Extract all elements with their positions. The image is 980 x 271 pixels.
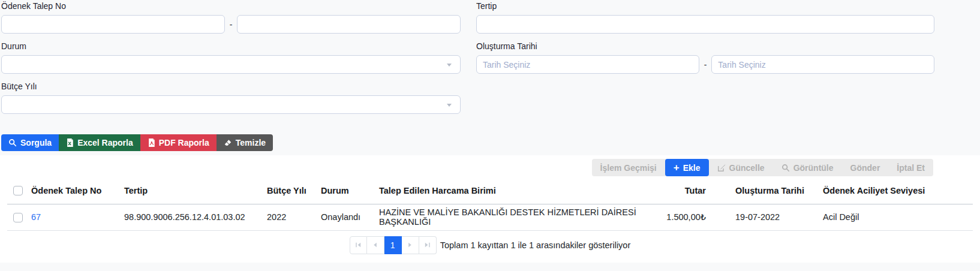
select-all-header [7, 181, 31, 204]
sorgula-button-label: Sorgula [20, 138, 52, 147]
butce-yili-label: Bütçe Yılı [1, 82, 461, 92]
page-last-button[interactable] [419, 236, 437, 254]
pagination: 1 Toplam 1 kayıttan 1 ile 1 arasındakile… [7, 236, 973, 254]
header-tertip: Tertip [124, 181, 267, 204]
pdf-raporla-button-label: PDF Raporla [159, 138, 209, 147]
edit-icon [717, 164, 726, 172]
field-tertip: Tertip [476, 1, 934, 34]
pagination-summary: Toplam 1 kayıttan 1 ile 1 arasındakiler … [440, 240, 631, 250]
odenek-talep-no-from-input[interactable] [1, 15, 225, 34]
row-checkbox[interactable] [13, 213, 23, 222]
temizle-button[interactable]: Temizle [217, 134, 273, 151]
field-olusturma-tarihi: Oluşturma Tarihi - [476, 41, 934, 74]
filter-button-group: Sorgula Excel Raporla PDF Raporla Temizl… [1, 134, 273, 151]
chevron-down-icon [447, 64, 452, 67]
page-prev-button[interactable] [367, 236, 384, 254]
page-last-icon [424, 242, 431, 248]
olusturma-tarihi-from-input[interactable] [476, 55, 699, 74]
cell-durum: Onaylandı [321, 204, 379, 230]
filter-column-left: Ödenek Talep No - Durum Bütçe Yılı [1, 1, 461, 122]
plus-icon: + [674, 162, 680, 173]
cell-olusturma-tarihi: 19-07-2022 [706, 204, 823, 230]
view-search-icon [781, 164, 790, 172]
pager-buttons: 1 [350, 236, 437, 254]
results-table: Ödenek Talep No Tertip Bütçe Yılı Durum … [7, 181, 973, 231]
page-prev-icon [372, 242, 378, 248]
odenek-talep-no-link[interactable]: 67 [31, 212, 41, 222]
search-icon [8, 138, 17, 147]
pdf-raporla-button[interactable]: PDF Raporla [140, 134, 217, 151]
islem-gecmisi-button-label: İşlem Geçmişi [600, 163, 657, 173]
field-butce-yili: Bütçe Yılı [1, 82, 461, 114]
page-first-icon [355, 242, 362, 248]
action-button-row: İşlem Geçmişi + Ekle Güncelle Görüntüle … [7, 159, 933, 176]
odenek-talep-no-to-input[interactable] [237, 15, 461, 34]
temizle-button-label: Temizle [236, 138, 266, 147]
field-durum: Durum [1, 41, 461, 74]
guncelle-button[interactable]: Güncelle [709, 159, 773, 176]
islem-gecmisi-button[interactable]: İşlem Geçmişi [592, 159, 665, 176]
goruntule-button-label: Görüntüle [793, 163, 834, 173]
range-separator: - [230, 20, 233, 29]
action-button-group: İşlem Geçmişi + Ekle Güncelle Görüntüle … [592, 159, 933, 176]
cell-butce-yili: 2022 [267, 204, 321, 230]
page-first-button[interactable] [350, 236, 367, 254]
page-next-icon [407, 242, 413, 248]
iptal-et-button[interactable]: İptal Et [888, 159, 933, 176]
gonder-button[interactable]: Gönder [842, 159, 889, 176]
sorgula-button[interactable]: Sorgula [1, 134, 59, 151]
header-aciliyet: Ödenek Aciliyet Seviyesi [823, 181, 973, 204]
butce-yili-select[interactable] [1, 95, 461, 114]
field-odenek-talep-no: Ödenek Talep No - [1, 1, 461, 34]
excel-file-icon [66, 138, 74, 147]
chevron-down-icon [447, 104, 452, 107]
ekle-button-label: Ekle [683, 163, 701, 173]
gonder-button-label: Gönder [850, 163, 880, 173]
tertip-label: Tertip [476, 1, 934, 11]
goruntule-button[interactable]: Görüntüle [773, 159, 842, 176]
table-header-row: Ödenek Talep No Tertip Bütçe Yılı Durum … [7, 181, 973, 204]
page-next-button[interactable] [402, 236, 419, 254]
iptal-et-button-label: İptal Et [897, 163, 925, 173]
excel-raporla-button-label: Excel Raporla [77, 138, 133, 147]
durum-select[interactable] [1, 55, 461, 74]
excel-raporla-button[interactable]: Excel Raporla [59, 134, 140, 151]
olusturma-tarihi-to-input[interactable] [711, 55, 934, 74]
select-all-checkbox[interactable] [13, 186, 23, 195]
guncelle-button-label: Güncelle [729, 163, 765, 173]
tertip-input[interactable] [476, 15, 934, 34]
page-number-button[interactable]: 1 [384, 236, 402, 254]
header-harcama-birimi: Talep Edilen Harcama Birimi [379, 181, 655, 204]
cell-aciliyet: Acil Değil [823, 204, 973, 230]
table-row[interactable]: 67 98.900.9006.256.12.4.01.03.02 2022 On… [7, 204, 973, 230]
olusturma-tarihi-label: Oluşturma Tarihi [476, 41, 934, 52]
header-olusturma-tarihi: Oluşturma Tarihi [706, 181, 823, 204]
pdf-file-icon [148, 138, 155, 147]
cell-tertip: 98.900.9006.256.12.4.01.03.02 [124, 204, 267, 230]
durum-label: Durum [1, 41, 461, 52]
odenek-talep-no-label: Ödenek Talep No [1, 1, 461, 11]
range-separator: - [704, 60, 707, 70]
filter-form: Ödenek Talep No - Durum Bütçe Yılı Tert [0, 0, 980, 122]
eraser-icon [224, 138, 232, 147]
header-durum: Durum [321, 181, 379, 204]
header-tutar: Tutar [655, 181, 706, 204]
filter-column-right: Tertip Oluşturma Tarihi - [476, 1, 934, 122]
cell-harcama-birimi: HAZİNE VE MALİYE BAKANLIĞI DESTEK HİZMET… [379, 204, 655, 230]
header-odenek-talep-no: Ödenek Talep No [31, 181, 124, 204]
results-card: İşlem Geçmişi + Ekle Güncelle Görüntüle … [0, 155, 980, 263]
header-butce-yili: Bütçe Yılı [267, 181, 321, 204]
ekle-button[interactable]: + Ekle [665, 159, 709, 176]
cell-tutar: 1.500,00₺ [655, 204, 706, 230]
